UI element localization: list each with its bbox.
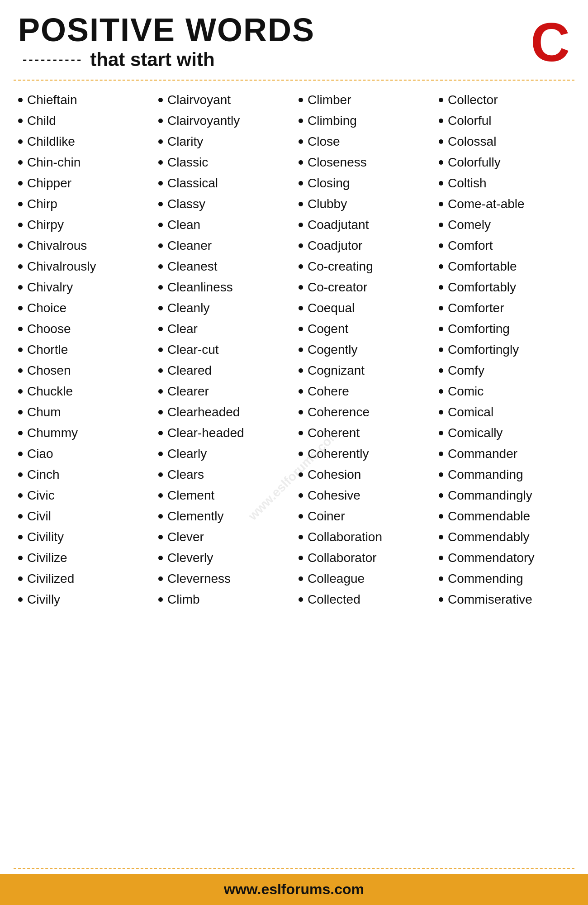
list-item: Coadjutor [299, 235, 430, 256]
word-label: Commiserative [448, 592, 532, 607]
word-column-0: ChieftainChildChildlikeChin-chinChipperC… [14, 90, 154, 859]
list-item: Chivalrously [18, 256, 149, 277]
list-item: Chipper [18, 173, 149, 194]
list-item: Chivalry [18, 277, 149, 298]
list-item: Commending [439, 568, 570, 589]
word-column-3: CollectorColorfulColossalColorfullyColti… [434, 90, 574, 859]
bullet-icon [158, 368, 163, 373]
word-label: Climbing [308, 114, 357, 128]
word-label: Civil [27, 509, 51, 524]
bullet-icon [158, 556, 163, 560]
word-label: Comic [448, 384, 484, 399]
list-item: Comfortably [439, 277, 570, 298]
bullet-icon [18, 181, 23, 186]
list-item: Cleaner [158, 235, 289, 256]
list-item: Colorful [439, 110, 570, 131]
list-item: Comically [439, 423, 570, 443]
bullet-icon [439, 181, 443, 186]
list-item: Commiserative [439, 589, 570, 610]
list-item: Colleague [299, 568, 430, 589]
list-item: Closeness [299, 152, 430, 173]
list-item: Co-creator [299, 277, 430, 298]
top-separator [14, 80, 574, 81]
bullet-icon [299, 452, 303, 456]
list-item: Cognizant [299, 360, 430, 381]
word-label: Cohesion [308, 467, 361, 482]
word-label: Comely [448, 218, 491, 232]
list-item: Chortle [18, 339, 149, 360]
word-label: Chummy [27, 426, 78, 440]
bullet-icon [18, 202, 23, 206]
word-label: Clearly [167, 447, 207, 461]
word-column-2: ClimberClimbingCloseClosenessClosingClub… [294, 90, 434, 859]
bullet-icon [299, 472, 303, 477]
list-item: Closing [299, 173, 430, 194]
bullet-icon [158, 389, 163, 394]
list-item: Commandingly [439, 485, 570, 506]
word-label: Clear-cut [167, 343, 219, 357]
list-item: Comforting [439, 319, 570, 339]
word-label: Commanding [448, 467, 523, 482]
bullet-icon [299, 431, 303, 435]
word-label: Cognizant [308, 363, 365, 378]
word-label: Ciao [27, 447, 53, 461]
bullet-icon [158, 535, 163, 539]
word-label: Colossal [448, 134, 496, 149]
list-item: Cohesion [299, 464, 430, 485]
bullet-icon [18, 119, 23, 123]
list-item: Clears [158, 464, 289, 485]
word-label: Chivalry [27, 280, 73, 295]
word-label: Chipper [27, 176, 71, 191]
list-item: Come-at-able [439, 194, 570, 214]
bullet-icon [299, 410, 303, 414]
list-item: Cleared [158, 360, 289, 381]
bullet-icon [158, 327, 163, 331]
word-label: Commending [448, 572, 523, 586]
bullet-icon [158, 139, 163, 144]
header: POSITIVE WORDS ---------- that start wit… [0, 0, 588, 75]
bullet-icon [439, 472, 443, 477]
list-item: Clear-headed [158, 423, 289, 443]
word-label: Cohere [308, 384, 349, 399]
list-item: Coiner [299, 506, 430, 527]
bullet-icon [158, 514, 163, 519]
bullet-icon [299, 556, 303, 560]
bullet-icon [439, 160, 443, 165]
word-label: Cleanly [167, 301, 209, 315]
bullet-icon [439, 306, 443, 310]
subtitle: that start with [90, 49, 214, 71]
word-label: Cogently [308, 343, 358, 357]
bullet-icon [299, 223, 303, 227]
list-item: Cogently [299, 339, 430, 360]
list-item: Clairvoyantly [158, 110, 289, 131]
list-item: Comfortable [439, 256, 570, 277]
word-label: Coadjutor [308, 238, 362, 253]
subtitle-line: ---------- that start with [18, 49, 315, 71]
bullet-icon [158, 597, 163, 602]
word-label: Coherent [308, 426, 360, 440]
list-item: Coherence [299, 402, 430, 423]
bullet-icon [158, 243, 163, 248]
bullet-icon [299, 139, 303, 144]
bottom-separator [14, 868, 574, 869]
bullet-icon [439, 285, 443, 290]
bullet-icon [439, 223, 443, 227]
list-item: Choose [18, 319, 149, 339]
bullet-icon [299, 576, 303, 581]
list-item: Cleverly [158, 548, 289, 568]
list-item: Commander [439, 443, 570, 464]
word-label: Collected [308, 592, 360, 607]
word-label: Clairvoyant [167, 93, 231, 107]
bullet-icon [18, 389, 23, 394]
word-label: Chin-chin [27, 155, 81, 170]
word-label: Cleverness [167, 572, 231, 586]
word-label: Clever [167, 530, 204, 544]
word-label: Collector [448, 93, 498, 107]
list-item: Commanding [439, 464, 570, 485]
word-label: Classical [167, 176, 218, 191]
list-item: Classical [158, 173, 289, 194]
bullet-icon [299, 306, 303, 310]
list-item: Comfy [439, 360, 570, 381]
bullet-icon [158, 98, 163, 102]
list-item: Close [299, 131, 430, 152]
